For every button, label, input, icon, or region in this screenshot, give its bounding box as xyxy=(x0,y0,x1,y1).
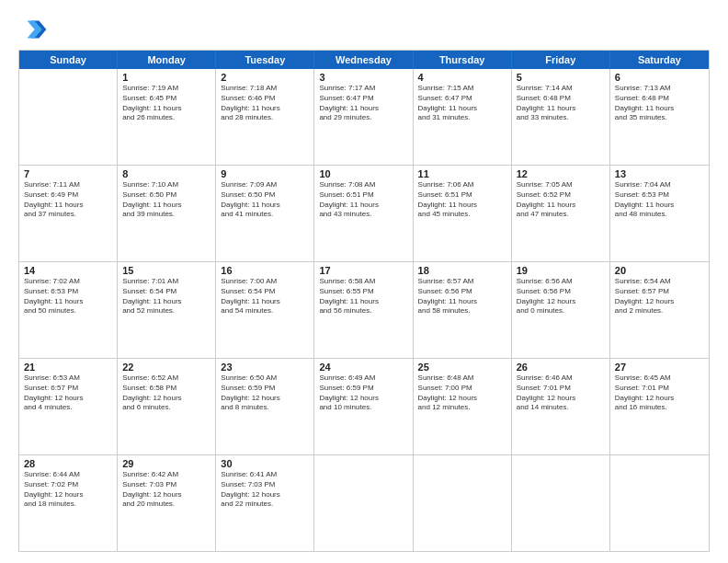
cell-content: Sunrise: 7:18 AM Sunset: 6:46 PM Dayligh… xyxy=(221,84,309,123)
calendar-cell: 22Sunrise: 6:52 AM Sunset: 6:58 PM Dayli… xyxy=(118,359,216,454)
cell-content: Sunrise: 7:13 AM Sunset: 6:48 PM Dayligh… xyxy=(615,84,704,123)
calendar-cell: 15Sunrise: 7:01 AM Sunset: 6:54 PM Dayli… xyxy=(118,262,216,358)
calendar-cell: 5Sunrise: 7:14 AM Sunset: 6:48 PM Daylig… xyxy=(512,69,610,165)
header xyxy=(18,15,710,44)
calendar-cell: 30Sunrise: 6:41 AM Sunset: 7:03 PM Dayli… xyxy=(216,455,314,551)
calendar-cell: 8Sunrise: 7:10 AM Sunset: 6:50 PM Daylig… xyxy=(118,166,216,261)
header-day-saturday: Saturday xyxy=(610,51,709,69)
day-number: 28 xyxy=(24,458,112,469)
calendar-cell xyxy=(610,455,709,551)
calendar-row-3: 14Sunrise: 7:02 AM Sunset: 6:53 PM Dayli… xyxy=(19,261,709,358)
cell-content: Sunrise: 7:14 AM Sunset: 6:48 PM Dayligh… xyxy=(517,84,605,123)
cell-content: Sunrise: 6:57 AM Sunset: 6:56 PM Dayligh… xyxy=(418,277,506,316)
calendar-cell xyxy=(314,455,413,551)
day-number: 23 xyxy=(221,362,309,373)
cell-content: Sunrise: 7:11 AM Sunset: 6:49 PM Dayligh… xyxy=(24,180,112,220)
calendar-cell: 29Sunrise: 6:42 AM Sunset: 7:03 PM Dayli… xyxy=(118,455,216,551)
calendar-cell: 7Sunrise: 7:11 AM Sunset: 6:49 PM Daylig… xyxy=(19,166,118,261)
cell-content: Sunrise: 7:19 AM Sunset: 6:45 PM Dayligh… xyxy=(122,84,210,123)
calendar-cell: 4Sunrise: 7:15 AM Sunset: 6:47 PM Daylig… xyxy=(414,69,512,165)
day-number: 24 xyxy=(319,362,407,373)
calendar-cell: 10Sunrise: 7:08 AM Sunset: 6:51 PM Dayli… xyxy=(314,166,413,261)
day-number: 25 xyxy=(418,362,506,373)
day-number: 5 xyxy=(517,72,605,83)
cell-content: Sunrise: 6:49 AM Sunset: 6:59 PM Dayligh… xyxy=(319,373,407,413)
cell-content: Sunrise: 7:04 AM Sunset: 6:53 PM Dayligh… xyxy=(615,180,704,220)
cell-content: Sunrise: 6:53 AM Sunset: 6:57 PM Dayligh… xyxy=(24,373,112,413)
header-day-sunday: Sunday xyxy=(19,51,118,69)
day-number: 22 xyxy=(122,362,210,373)
cell-content: Sunrise: 7:09 AM Sunset: 6:50 PM Dayligh… xyxy=(221,180,309,220)
day-number: 14 xyxy=(24,265,112,276)
calendar-cell xyxy=(19,69,118,165)
calendar-cell: 3Sunrise: 7:17 AM Sunset: 6:47 PM Daylig… xyxy=(314,69,413,165)
cell-content: Sunrise: 6:48 AM Sunset: 7:00 PM Dayligh… xyxy=(418,373,506,413)
cell-content: Sunrise: 7:06 AM Sunset: 6:51 PM Dayligh… xyxy=(418,180,506,220)
day-number: 7 xyxy=(24,168,112,179)
calendar-row-2: 7Sunrise: 7:11 AM Sunset: 6:49 PM Daylig… xyxy=(19,165,709,261)
cell-content: Sunrise: 6:46 AM Sunset: 7:01 PM Dayligh… xyxy=(517,373,605,413)
day-number: 4 xyxy=(418,72,506,83)
cell-content: Sunrise: 7:10 AM Sunset: 6:50 PM Dayligh… xyxy=(122,180,210,220)
day-number: 10 xyxy=(319,168,407,179)
calendar-row-1: 1Sunrise: 7:19 AM Sunset: 6:45 PM Daylig… xyxy=(19,69,709,165)
calendar-cell: 2Sunrise: 7:18 AM Sunset: 6:46 PM Daylig… xyxy=(216,69,314,165)
calendar-cell xyxy=(414,455,512,551)
day-number: 19 xyxy=(517,265,605,276)
calendar-cell xyxy=(512,455,610,551)
cell-content: Sunrise: 6:56 AM Sunset: 6:56 PM Dayligh… xyxy=(517,277,605,316)
calendar-body: 1Sunrise: 7:19 AM Sunset: 6:45 PM Daylig… xyxy=(19,69,709,551)
calendar-cell: 21Sunrise: 6:53 AM Sunset: 6:57 PM Dayli… xyxy=(19,359,118,454)
header-day-monday: Monday xyxy=(118,51,216,69)
day-number: 18 xyxy=(418,265,506,276)
cell-content: Sunrise: 7:01 AM Sunset: 6:54 PM Dayligh… xyxy=(122,277,210,316)
calendar-cell: 1Sunrise: 7:19 AM Sunset: 6:45 PM Daylig… xyxy=(118,69,216,165)
header-day-friday: Friday xyxy=(512,51,610,69)
calendar-cell: 18Sunrise: 6:57 AM Sunset: 6:56 PM Dayli… xyxy=(414,262,512,358)
day-number: 17 xyxy=(319,265,407,276)
cell-content: Sunrise: 7:08 AM Sunset: 6:51 PM Dayligh… xyxy=(319,180,407,220)
cell-content: Sunrise: 6:58 AM Sunset: 6:55 PM Dayligh… xyxy=(319,277,407,316)
cell-content: Sunrise: 7:15 AM Sunset: 6:47 PM Dayligh… xyxy=(418,84,506,123)
calendar-cell: 16Sunrise: 7:00 AM Sunset: 6:54 PM Dayli… xyxy=(216,262,314,358)
day-number: 15 xyxy=(122,265,210,276)
calendar-cell: 11Sunrise: 7:06 AM Sunset: 6:51 PM Dayli… xyxy=(414,166,512,261)
cell-content: Sunrise: 6:42 AM Sunset: 7:03 PM Dayligh… xyxy=(122,470,210,510)
calendar-cell: 20Sunrise: 6:54 AM Sunset: 6:57 PM Dayli… xyxy=(610,262,709,358)
calendar-row-5: 28Sunrise: 6:44 AM Sunset: 7:02 PM Dayli… xyxy=(19,454,709,551)
day-number: 30 xyxy=(221,458,309,469)
calendar-cell: 17Sunrise: 6:58 AM Sunset: 6:55 PM Dayli… xyxy=(314,262,413,358)
cell-content: Sunrise: 7:05 AM Sunset: 6:52 PM Dayligh… xyxy=(517,180,605,220)
calendar-cell: 27Sunrise: 6:45 AM Sunset: 7:01 PM Dayli… xyxy=(610,359,709,454)
cell-content: Sunrise: 6:41 AM Sunset: 7:03 PM Dayligh… xyxy=(221,470,309,510)
day-number: 13 xyxy=(615,168,704,179)
calendar-cell: 25Sunrise: 6:48 AM Sunset: 7:00 PM Dayli… xyxy=(414,359,512,454)
day-number: 6 xyxy=(615,72,704,83)
cell-content: Sunrise: 6:44 AM Sunset: 7:02 PM Dayligh… xyxy=(24,470,112,510)
cell-content: Sunrise: 7:17 AM Sunset: 6:47 PM Dayligh… xyxy=(319,84,407,123)
cell-content: Sunrise: 6:50 AM Sunset: 6:59 PM Dayligh… xyxy=(221,373,309,413)
cell-content: Sunrise: 7:00 AM Sunset: 6:54 PM Dayligh… xyxy=(221,277,309,316)
calendar-cell: 13Sunrise: 7:04 AM Sunset: 6:53 PM Dayli… xyxy=(610,166,709,261)
logo-icon xyxy=(18,15,48,44)
page: SundayMondayTuesdayWednesdayThursdayFrid… xyxy=(0,0,728,563)
header-day-tuesday: Tuesday xyxy=(216,51,314,69)
calendar: SundayMondayTuesdayWednesdayThursdayFrid… xyxy=(18,50,710,552)
day-number: 2 xyxy=(221,72,309,83)
day-number: 3 xyxy=(319,72,407,83)
cell-content: Sunrise: 6:52 AM Sunset: 6:58 PM Dayligh… xyxy=(122,373,210,413)
header-day-thursday: Thursday xyxy=(414,51,512,69)
calendar-row-4: 21Sunrise: 6:53 AM Sunset: 6:57 PM Dayli… xyxy=(19,358,709,454)
calendar-cell: 6Sunrise: 7:13 AM Sunset: 6:48 PM Daylig… xyxy=(610,69,709,165)
day-number: 8 xyxy=(122,168,210,179)
calendar-cell: 28Sunrise: 6:44 AM Sunset: 7:02 PM Dayli… xyxy=(19,455,118,551)
day-number: 16 xyxy=(221,265,309,276)
calendar-cell: 23Sunrise: 6:50 AM Sunset: 6:59 PM Dayli… xyxy=(216,359,314,454)
calendar-cell: 24Sunrise: 6:49 AM Sunset: 6:59 PM Dayli… xyxy=(314,359,413,454)
calendar-cell: 14Sunrise: 7:02 AM Sunset: 6:53 PM Dayli… xyxy=(19,262,118,358)
cell-content: Sunrise: 7:02 AM Sunset: 6:53 PM Dayligh… xyxy=(24,277,112,316)
day-number: 21 xyxy=(24,362,112,373)
logo xyxy=(18,15,51,44)
day-number: 27 xyxy=(615,362,704,373)
day-number: 20 xyxy=(615,265,704,276)
